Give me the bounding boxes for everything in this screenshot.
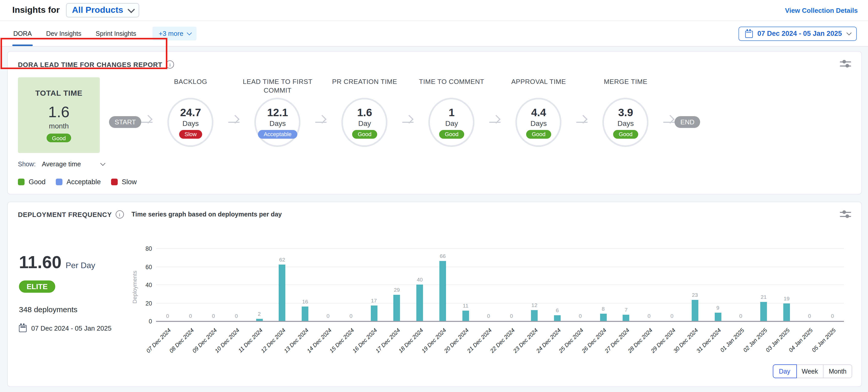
bar-slot: 727 Dec 2024 <box>615 248 638 321</box>
deployment-bar[interactable] <box>531 310 538 321</box>
info-icon[interactable] <box>166 60 174 68</box>
show-label: Show: <box>18 160 36 168</box>
flow-arrow <box>577 122 588 123</box>
y-tick-label: 20 <box>145 300 152 306</box>
x-axis-label: 16 Dec 2024 <box>351 327 378 354</box>
chevron-down-icon <box>846 30 851 35</box>
deployment-bar[interactable] <box>462 311 469 321</box>
deployment-bar[interactable] <box>279 265 286 321</box>
widget-settings-icon[interactable] <box>840 60 851 69</box>
deployment-bar[interactable] <box>371 305 377 321</box>
bar-value-label: 66 <box>440 253 445 259</box>
flow-arrow <box>663 122 675 123</box>
deployment-bar[interactable] <box>783 304 790 321</box>
stage-unit: Days <box>182 119 199 127</box>
x-axis-label: 03 Jan 2025 <box>765 327 791 353</box>
deployment-bar[interactable] <box>302 306 308 321</box>
bar-value-label: 0 <box>235 313 238 319</box>
bar-value-label: 0 <box>189 313 192 319</box>
elite-badge: ELITE <box>19 280 55 293</box>
bar-value-label: 0 <box>808 313 811 319</box>
bar-value-label: 17 <box>371 297 377 303</box>
stage-unit: Day <box>445 119 458 127</box>
bar-value-label: 62 <box>279 257 285 263</box>
content-area: DORA LEAD TIME FOR CHANGES REPORT TOTAL … <box>0 47 868 392</box>
lead-time-card-title: DORA LEAD TIME FOR CHANGES REPORT <box>18 61 162 68</box>
more-tabs-label: +3 more <box>159 30 183 37</box>
bar-value-label: 0 <box>579 313 582 319</box>
stage-label: MERGE TIME <box>604 77 647 98</box>
bar-value-label: 16 <box>302 298 308 304</box>
y-tick-label: 0 <box>149 318 152 325</box>
date-range-picker[interactable]: 07 Dec 2024 - 05 Jan 2025 <box>739 26 857 41</box>
show-dropdown[interactable]: Show: Average time <box>18 160 104 168</box>
granularity-toggle: Day Week Month <box>773 364 852 378</box>
deployments-plot: 007 Dec 2024008 Dec 2024009 Dec 2024010 … <box>156 248 844 322</box>
x-axis-label: 21 Dec 2024 <box>466 327 493 354</box>
deployment-bar[interactable] <box>600 314 607 321</box>
granularity-month-button[interactable]: Month <box>823 364 852 378</box>
x-axis-label: 31 Dec 2024 <box>695 327 722 354</box>
stage-unit: Day <box>358 119 371 127</box>
deployment-count: 348 deployments <box>19 305 132 314</box>
more-tabs-dropdown[interactable]: +3 more <box>153 27 196 40</box>
bar-slot: 028 Dec 2024 <box>638 248 660 321</box>
flow-stage-lead-time-first-commit: LEAD TIME TO FIRST COMMIT 12.1 Days Acce… <box>240 77 315 147</box>
deployment-bar[interactable] <box>554 315 561 321</box>
deployment-bar[interactable] <box>714 313 721 321</box>
stage-circle: 24.7 Days Slow <box>167 98 214 147</box>
bar-value-label: 19 <box>783 296 789 302</box>
tab-dev-insights[interactable]: Dev Insights <box>46 21 82 46</box>
status-badge: Good <box>439 130 464 139</box>
x-axis-label: 27 Dec 2024 <box>603 327 630 354</box>
flow-arrow <box>490 122 501 123</box>
x-axis-label: 12 Dec 2024 <box>260 327 287 354</box>
chart-title: Time series graph based on deployments p… <box>131 211 282 218</box>
granularity-week-button[interactable]: Week <box>796 364 824 378</box>
product-selector-dropdown[interactable]: All Products <box>66 3 139 18</box>
x-axis-label: 17 Dec 2024 <box>374 327 401 354</box>
deployment-stats: 11.60 Per Day ELITE 348 deployments 07 D… <box>18 222 132 332</box>
bar-slot: 1120 Dec 2024 <box>454 248 477 321</box>
x-axis-label: 23 Dec 2024 <box>512 327 539 354</box>
bar-value-label: 21 <box>761 294 767 300</box>
total-time-box: TOTAL TIME 1.6 month Good <box>18 77 100 153</box>
widget-settings-icon[interactable] <box>840 210 851 219</box>
x-axis-label: 26 Dec 2024 <box>581 327 608 354</box>
deployment-bar[interactable] <box>623 314 629 321</box>
deployment-bar[interactable] <box>256 319 262 321</box>
calendar-icon <box>19 325 27 332</box>
deployment-bar[interactable] <box>691 300 698 321</box>
granularity-day-button[interactable]: Day <box>773 364 797 378</box>
x-axis-label: 18 Dec 2024 <box>397 327 424 354</box>
bar-slot: 211 Dec 2024 <box>248 248 271 321</box>
x-axis-label: 22 Dec 2024 <box>489 327 516 354</box>
stage-circle: 4.4 Days Good <box>516 98 562 147</box>
bar-slot: 826 Dec 2024 <box>592 248 615 321</box>
deployment-bar[interactable] <box>416 284 423 321</box>
lead-time-card-header: DORA LEAD TIME FOR CHANGES REPORT <box>18 60 851 69</box>
deployment-bar[interactable] <box>760 302 767 321</box>
bar-slot: 009 Dec 2024 <box>202 248 225 321</box>
product-selector-value: All Products <box>72 5 123 16</box>
deployment-bar[interactable] <box>439 261 446 321</box>
bar-value-label: 23 <box>692 292 698 298</box>
tab-sprint-insights[interactable]: Sprint Insights <box>96 21 136 46</box>
deployment-bar[interactable] <box>394 295 400 321</box>
page-header: Insights for All Products View Collectio… <box>0 0 868 21</box>
bar-value-label: 11 <box>463 303 469 309</box>
bar-slot: 1903 Jan 2025 <box>775 248 798 321</box>
bar-value-label: 8 <box>601 305 605 312</box>
status-badge: Good <box>613 130 638 139</box>
status-legend: Good Acceptable Slow <box>18 178 851 186</box>
view-collection-details-link[interactable]: View Collection Details <box>785 6 858 14</box>
info-icon[interactable] <box>116 210 124 218</box>
legend-item-good: Good <box>18 178 45 186</box>
bar-value-label: 0 <box>166 313 169 319</box>
tab-dora[interactable]: DORA <box>13 21 32 46</box>
y-axis-ticks: 020406080 <box>141 248 156 321</box>
bar-value-label: 0 <box>212 313 215 319</box>
y-tick-label: 60 <box>145 264 152 270</box>
stage-label: TIME TO COMMENT <box>419 77 484 98</box>
x-axis-label: 28 Dec 2024 <box>626 327 653 354</box>
